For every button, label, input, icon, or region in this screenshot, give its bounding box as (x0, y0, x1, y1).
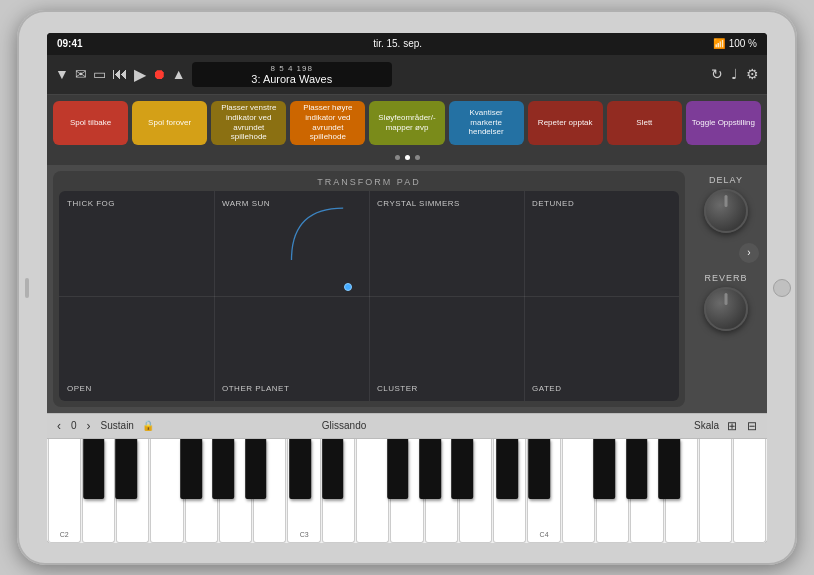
status-right: 📶 100 % (713, 38, 757, 49)
white-key-e2[interactable] (116, 439, 149, 543)
detuned-label: DETUNED (532, 199, 574, 208)
reverb-knob[interactable] (704, 287, 748, 331)
spol-forover-button[interactable]: Spol forover (132, 101, 207, 145)
piano-controls: ‹ 0 › Sustain 🔒 Glissando Skala ⊞ ⊟ (47, 413, 767, 439)
pad-cell-warm-sun[interactable]: WARM SUN (214, 191, 369, 296)
page-dot-3[interactable] (415, 155, 420, 160)
quantize-button[interactable]: Kvantiser markerte hendelser (449, 101, 524, 145)
piano-octave: 0 (71, 420, 77, 431)
pad-cell-thick-fog[interactable]: THICK FOG (59, 191, 214, 296)
right-indicator-button[interactable]: Plasser høyre indikator ved avrundet spi… (290, 101, 365, 145)
pad-cell-open[interactable]: OPEN (59, 296, 214, 401)
transform-pad-title: TRANSFORM PAD (59, 177, 679, 187)
play-button[interactable]: ▶ (134, 65, 146, 84)
expand-button[interactable]: › (739, 243, 759, 263)
spol-tilbake-button[interactable]: Spol tilbake (53, 101, 128, 145)
thick-fog-label: THICK FOG (67, 199, 115, 208)
pad-cell-detuned[interactable]: DETUNED (524, 191, 679, 296)
white-key-g3[interactable] (425, 439, 458, 543)
track-name: 3: Aurora Waves (202, 73, 382, 85)
white-key-a2[interactable] (219, 439, 252, 543)
pad-cell-gated[interactable]: GATED (524, 296, 679, 401)
pagination (47, 151, 767, 165)
transform-pad[interactable]: THICK FOG WARM SUN CRYSTAL SIMMERS DETUN… (59, 191, 679, 401)
white-key-c4[interactable]: C4 (527, 439, 560, 543)
open-label: OPEN (67, 384, 92, 393)
scale-label: Skala (694, 420, 719, 431)
gated-label: GATED (532, 384, 561, 393)
other-planet-label: OTHER PLANET (222, 384, 289, 393)
white-key-g2[interactable] (185, 439, 218, 543)
battery-text: 100 % (729, 38, 757, 49)
status-bar: 09:41 tir. 15. sep. 📶 100 % (47, 33, 767, 55)
midi-icon[interactable]: ✉ (75, 66, 87, 82)
white-key-f3[interactable] (390, 439, 423, 543)
toggle-button[interactable]: Toggle Oppstilling (686, 101, 761, 145)
piano-left-button[interactable]: ‹ (55, 419, 63, 433)
piano-keys[interactable]: C2 C3 C4 (47, 439, 767, 543)
wifi-icon: 📶 (713, 38, 725, 49)
white-key-e4[interactable] (596, 439, 629, 543)
lock-icon[interactable]: 🔒 (142, 420, 154, 431)
reverb-section: REVERB (704, 273, 748, 331)
pad-cell-crystal-simmers[interactable]: CRYSTAL SIMMERS (369, 191, 524, 296)
track-counter: 8 5 4 198 (202, 64, 382, 73)
white-key-b4[interactable] (733, 439, 766, 543)
record-button[interactable]: ⏺ (152, 66, 166, 82)
sustain-label: Sustain (101, 420, 134, 431)
delay-label: DELAY (709, 175, 743, 185)
white-key-d4[interactable] (562, 439, 595, 543)
white-key-d2[interactable] (82, 439, 115, 543)
pad-cell-cluster[interactable]: CLUSTER (369, 296, 524, 401)
white-key-b3[interactable] (493, 439, 526, 543)
chevron-up-icon[interactable]: ▲ (172, 66, 186, 82)
glissando-label: Glissando (322, 420, 366, 431)
browser-icon[interactable]: ▭ (93, 66, 106, 82)
left-indicator-button[interactable]: Plasser venstre indikator ved avrundet s… (211, 101, 286, 145)
loop-area-button[interactable]: Sløyfeområder/-mapper øvp (369, 101, 444, 145)
pad-cell-other-planet[interactable]: OTHER PLANET (214, 296, 369, 401)
page-dot-1[interactable] (395, 155, 400, 160)
top-toolbar: ▼ ✉ ▭ ⏮ ▶ ⏺ ▲ 8 5 4 198 3: Aurora Waves … (47, 55, 767, 95)
delete-button[interactable]: Slett (607, 101, 682, 145)
rewind-button[interactable]: ⏮ (112, 65, 128, 83)
repeat-button[interactable]: Repeter opptak (528, 101, 603, 145)
side-button (25, 278, 29, 298)
knobs-panel: DELAY › REVERB (691, 171, 761, 407)
white-key-a3[interactable] (459, 439, 492, 543)
white-key-g4[interactable] (665, 439, 698, 543)
reverb-label: REVERB (704, 273, 747, 283)
piano-layout-icon[interactable]: ⊟ (745, 419, 759, 433)
cluster-label: CLUSTER (377, 384, 418, 393)
metronome-icon[interactable]: ♩ (731, 66, 738, 82)
transform-pad-container: TRANSFORM PAD THICK FOG WARM SUN (53, 171, 685, 407)
white-key-f4[interactable] (630, 439, 663, 543)
piano-right-button[interactable]: › (85, 419, 93, 433)
track-info: 8 5 4 198 3: Aurora Waves (192, 62, 392, 87)
piano-grid-icon[interactable]: ⊞ (725, 419, 739, 433)
home-button[interactable] (773, 279, 791, 297)
white-key-c3[interactable]: C3 (287, 439, 320, 543)
button-row: Spol tilbake Spol forover Plasser venstr… (47, 95, 767, 151)
ipad-frame: 09:41 tir. 15. sep. 📶 100 % ▼ ✉ ▭ ⏮ ▶ ⏺ … (17, 10, 797, 565)
settings-icon[interactable]: ⚙ (746, 66, 759, 82)
dropdown-icon[interactable]: ▼ (55, 66, 69, 82)
white-key-c2[interactable]: C2 (48, 439, 81, 543)
white-key-b2[interactable] (253, 439, 286, 543)
screen: 09:41 tir. 15. sep. 📶 100 % ▼ ✉ ▭ ⏮ ▶ ⏺ … (47, 33, 767, 543)
toolbar-right: ↻ ♩ ⚙ (711, 66, 759, 82)
white-key-a4[interactable] (699, 439, 732, 543)
piano-section: ‹ 0 › Sustain 🔒 Glissando Skala ⊞ ⊟ C2 (47, 413, 767, 543)
delay-knob[interactable] (704, 189, 748, 233)
loop-icon[interactable]: ↻ (711, 66, 723, 82)
page-dot-2[interactable] (405, 155, 410, 160)
transport-controls: ⏮ ▶ ⏺ (112, 65, 166, 84)
white-key-e3[interactable] (356, 439, 389, 543)
transform-section: TRANSFORM PAD THICK FOG WARM SUN (47, 165, 767, 413)
warm-sun-label: WARM SUN (222, 199, 270, 208)
white-key-d3[interactable] (322, 439, 355, 543)
status-time: 09:41 (57, 38, 83, 49)
white-key-f2[interactable] (150, 439, 183, 543)
delay-section: DELAY (704, 175, 748, 233)
status-date: tir. 15. sep. (373, 38, 422, 49)
